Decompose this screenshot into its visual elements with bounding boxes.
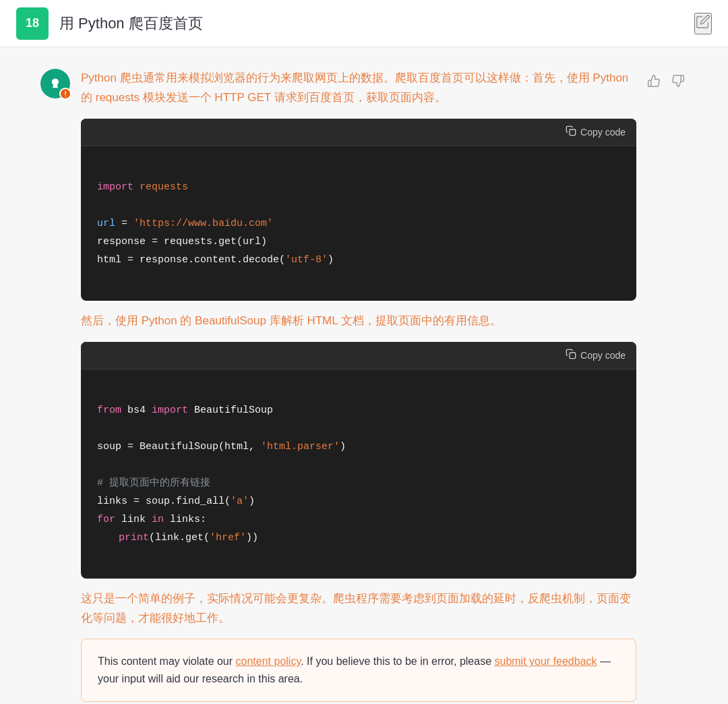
copy-code-label-1: Copy code xyxy=(580,127,626,138)
notice-text-before: This content may violate our xyxy=(98,655,236,667)
thumbs-up-button[interactable] xyxy=(644,71,663,94)
thumbs-down-button[interactable] xyxy=(669,71,688,94)
code-header-2: Copy code xyxy=(81,342,636,370)
header-left: 18 用 Python 爬百度首页 xyxy=(16,7,203,40)
main-content: ! Python 爬虫通常用来模拟浏览器的行为来爬取网页上的数据。爬取百度首页可… xyxy=(0,47,728,704)
code-body-1: import requests url = 'https://www.baidu… xyxy=(81,146,636,301)
avatar: ! xyxy=(40,69,70,98)
notice-box: This content may violate our content pol… xyxy=(81,639,636,701)
feedback-actions xyxy=(644,69,688,94)
copy-icon-1 xyxy=(566,125,576,139)
submit-feedback-link[interactable]: submit your feedback xyxy=(494,655,597,667)
svg-rect-1 xyxy=(570,353,576,359)
notice-text-middle: . If you believe this to be in error, pl… xyxy=(301,655,494,667)
code-block-2: Copy code from bs4 import BeautifulSoup … xyxy=(81,342,636,579)
copy-icon-2 xyxy=(566,349,576,362)
message-row: ! Python 爬虫通常用来模拟浏览器的行为来爬取网页上的数据。爬取百度首页可… xyxy=(40,69,688,702)
content-policy-link[interactable]: content policy xyxy=(236,655,301,667)
edit-button[interactable] xyxy=(694,13,712,34)
header: 18 用 Python 爬百度首页 xyxy=(0,0,728,47)
message-content: Python 爬虫通常用来模拟浏览器的行为来爬取网页上的数据。爬取百度首页可以这… xyxy=(81,69,636,702)
avatar-warning-badge: ! xyxy=(59,88,71,100)
text-para-2: 然后，使用 Python 的 BeautifulSoup 库解析 HTML 文档… xyxy=(81,312,636,331)
code-header-1: Copy code xyxy=(81,119,636,146)
text-para-3: 这只是一个简单的例子，实际情况可能会更复杂。爬虫程序需要考虑到页面加载的延时，反… xyxy=(81,589,636,628)
text-para-1: Python 爬虫通常用来模拟浏览器的行为来爬取网页上的数据。爬取百度首页可以这… xyxy=(81,69,636,108)
code-body-2: from bs4 import BeautifulSoup soup = Bea… xyxy=(81,370,636,579)
svg-rect-0 xyxy=(570,129,576,136)
copy-code-button-1[interactable]: Copy code xyxy=(566,125,626,139)
copy-code-label-2: Copy code xyxy=(580,350,626,361)
page-title: 用 Python 爬百度首页 xyxy=(59,13,203,34)
badge: 18 xyxy=(16,7,49,40)
copy-code-button-2[interactable]: Copy code xyxy=(566,349,626,362)
code-block-1: Copy code import requests url = 'https:/… xyxy=(81,119,636,301)
